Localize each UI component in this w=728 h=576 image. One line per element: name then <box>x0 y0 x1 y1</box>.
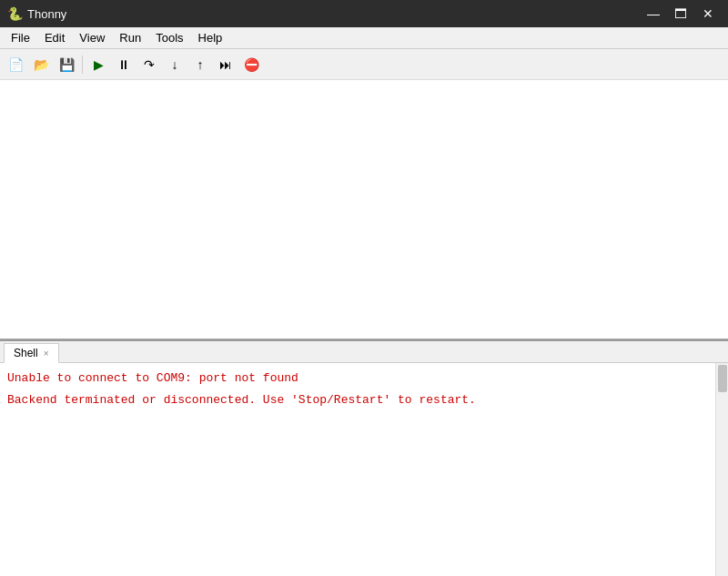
close-button[interactable]: ✕ <box>695 4 721 24</box>
resume-button[interactable]: ⏭ <box>214 53 238 76</box>
shell-scrollbar[interactable] <box>715 363 728 576</box>
debug-button[interactable]: ⏸ <box>112 53 136 76</box>
app-title: Thonny <box>27 7 66 21</box>
step-out-button[interactable]: ↑ <box>188 53 212 76</box>
menu-item-help[interactable]: Help <box>191 28 230 48</box>
menu-item-view[interactable]: View <box>72 28 112 48</box>
menu-item-file[interactable]: File <box>4 28 37 48</box>
shell-tab-close[interactable]: × <box>44 349 49 359</box>
menu-item-edit[interactable]: Edit <box>37 28 72 48</box>
content-split: Shell × Unable to connect to COM9: port … <box>0 80 728 576</box>
step-into-button[interactable]: ↓ <box>163 53 187 76</box>
shell-tab-bar: Shell × <box>0 341 728 363</box>
maximize-button[interactable]: 🗖 <box>668 4 693 24</box>
shell-message-2: Backend terminated or disconnected. Use … <box>7 389 721 410</box>
open-button[interactable]: 📂 <box>29 53 53 76</box>
shell-content[interactable]: Unable to connect to COM9: port not foun… <box>0 363 728 576</box>
menu-bar: FileEditViewRunToolsHelp <box>0 27 728 49</box>
shell-tab-label: Shell <box>14 347 38 359</box>
shell-message-1: Unable to connect to COM9: port not foun… <box>7 367 721 389</box>
app-icon: 🐍 <box>7 6 22 21</box>
save-button[interactable]: 💾 <box>55 53 78 76</box>
new-button[interactable]: 📄 <box>4 53 27 76</box>
run-button[interactable]: ▶ <box>86 53 110 76</box>
step-over-button[interactable]: ↷ <box>137 53 161 76</box>
toolbar-separator <box>82 56 83 74</box>
menu-item-tools[interactable]: Tools <box>148 28 190 48</box>
toolbar: 📄📂💾▶⏸↷↓↑⏭⛔ <box>0 49 728 80</box>
main-container: Shell × Unable to connect to COM9: port … <box>0 80 728 576</box>
stop-button[interactable]: ⛔ <box>239 53 263 76</box>
title-bar: 🐍 Thonny — 🗖 ✕ <box>0 0 728 27</box>
shell-tab[interactable]: Shell × <box>4 343 59 363</box>
menu-item-run[interactable]: Run <box>112 28 148 48</box>
editor-area[interactable] <box>0 80 728 339</box>
title-left: 🐍 Thonny <box>7 6 66 21</box>
shell-panel: Shell × Unable to connect to COM9: port … <box>0 339 728 576</box>
window-controls: — 🗖 ✕ <box>641 4 721 24</box>
minimize-button[interactable]: — <box>641 4 666 24</box>
shell-scrollbar-thumb[interactable] <box>718 365 727 392</box>
